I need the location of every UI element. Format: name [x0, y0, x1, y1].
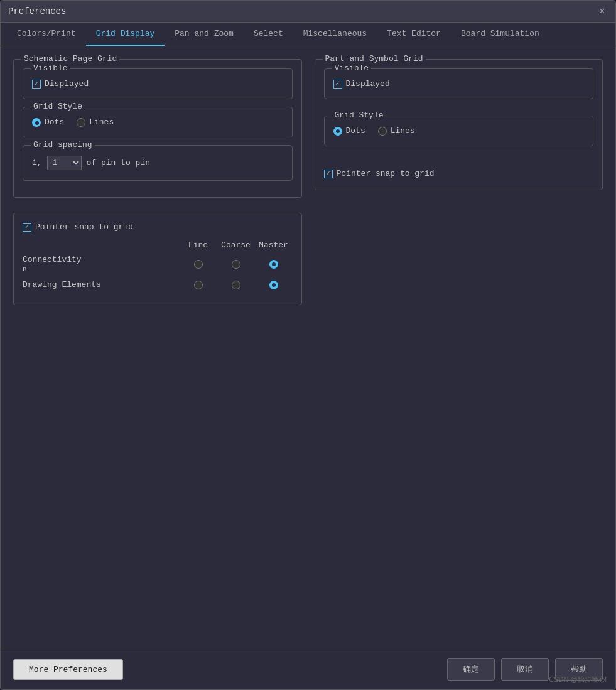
- part-visible-label: Visible: [332, 63, 372, 73]
- snap-drawing-master-radio[interactable]: [269, 281, 278, 289]
- schematic-grid-spacing-label: Grid spacing: [31, 140, 95, 149]
- schematic-dots-option[interactable]: Dots: [32, 117, 64, 127]
- part-displayed-row: Displayed: [333, 77, 585, 91]
- snap-table-header: Fine Coarse Master: [23, 240, 293, 250]
- schematic-pointer-snap-checkbox[interactable]: [23, 223, 31, 232]
- snap-connectivity-master-cell: [255, 260, 293, 269]
- schematic-grid-style-label: Grid Style: [31, 102, 85, 111]
- part-pointer-snap-text: Pointer snap to grid: [337, 169, 435, 178]
- part-lines-label: Lines: [391, 126, 415, 136]
- tab-select[interactable]: Select: [244, 23, 293, 46]
- schematic-page-grid-title: Schematic Page Grid: [21, 54, 119, 63]
- part-displayed-checkbox[interactable]: [333, 80, 342, 89]
- part-grid-style-label: Grid Style: [332, 111, 386, 120]
- ok-button[interactable]: 确定: [447, 658, 495, 681]
- schematic-grid-style-group: Grid Style Dots Lines: [23, 107, 293, 137]
- schematic-lines-radio[interactable]: [77, 118, 85, 127]
- schematic-displayed-checkbox[interactable]: [32, 80, 41, 89]
- schematic-visible-group: Visible Displayed: [23, 68, 293, 99]
- tab-board-simulation[interactable]: Board Simulation: [451, 23, 549, 46]
- content-area: Schematic Page Grid Visible Displayed Gr…: [1, 46, 615, 649]
- tab-grid-display[interactable]: Grid Display: [86, 23, 165, 46]
- schematic-dots-radio[interactable]: [32, 118, 41, 127]
- snap-drawing-fine-cell: [180, 281, 217, 289]
- tab-pan-zoom[interactable]: Pan and Zoom: [165, 23, 244, 46]
- part-lines-option[interactable]: Lines: [378, 126, 415, 136]
- snap-connectivity-coarse-radio[interactable]: [232, 260, 240, 269]
- part-symbol-inner: Visible Displayed Grid Style: [324, 68, 594, 181]
- snap-drawing-master-cell: [255, 281, 293, 289]
- footer: More Preferences 确定 取消 帮助: [1, 649, 615, 689]
- snap-connectivity-master-radio[interactable]: [269, 260, 278, 269]
- tab-bar: Colors/Print Grid Display Pan and Zoom S…: [1, 23, 615, 46]
- schematic-lines-label: Lines: [89, 117, 114, 127]
- schematic-grid-style-radio-row: Dots Lines: [32, 115, 283, 129]
- snap-connectivity-fine-cell: [180, 260, 217, 269]
- two-column-layout: Schematic Page Grid Visible Displayed Gr…: [13, 59, 603, 305]
- schematic-pointer-snap-text: Pointer snap to grid: [35, 222, 133, 232]
- schematic-pointer-snap-box: Pointer snap to grid Fine Coarse Master …: [13, 213, 302, 305]
- snap-connectivity-coarse-cell: [217, 260, 255, 269]
- schematic-spacing-select[interactable]: 1 2 5: [47, 156, 82, 170]
- snap-connectivity-label: Connectivity: [23, 255, 82, 264]
- watermark: CSDN @怡步晚心l: [549, 675, 607, 684]
- schematic-of-pin-label: of pin to pin: [87, 158, 150, 168]
- cancel-button[interactable]: 取消: [501, 658, 549, 681]
- schematic-spacing-value-label: 1,: [32, 158, 42, 168]
- tab-text-editor[interactable]: Text Editor: [377, 23, 451, 46]
- part-dots-option[interactable]: Dots: [333, 126, 365, 136]
- schematic-page-grid-column: Schematic Page Grid Visible Displayed Gr…: [13, 59, 302, 305]
- part-lines-radio[interactable]: [378, 127, 387, 136]
- part-dots-radio[interactable]: [333, 127, 342, 136]
- schematic-page-grid-section: Schematic Page Grid Visible Displayed Gr…: [13, 59, 302, 198]
- snap-fine-header: Fine: [180, 240, 217, 250]
- schematic-displayed-row: Displayed: [32, 77, 283, 91]
- part-pointer-snap-checkbox[interactable]: [324, 170, 333, 178]
- schematic-grid-spacing-row: 1, 1 2 5 of pin to pin: [32, 153, 283, 173]
- part-visible-group: Visible Displayed: [324, 68, 594, 99]
- tab-miscellaneous[interactable]: Miscellaneous: [293, 23, 377, 46]
- close-button[interactable]: ×: [597, 6, 608, 17]
- schematic-pointer-snap-header: Pointer snap to grid: [23, 222, 293, 232]
- part-displayed-text: Displayed: [346, 79, 390, 89]
- snap-drawing-row: Drawing Elements: [23, 280, 293, 289]
- snap-master-header: Master: [255, 240, 293, 250]
- schematic-dots-label: Dots: [45, 117, 64, 127]
- more-preferences-button[interactable]: More Preferences: [13, 659, 123, 680]
- tab-colors-print[interactable]: Colors/Print: [7, 23, 86, 46]
- schematic-lines-option[interactable]: Lines: [77, 117, 114, 127]
- snap-drawing-fine-radio[interactable]: [194, 281, 203, 289]
- part-grid-style-group: Grid Style Dots Lines: [324, 116, 594, 146]
- part-symbol-grid-title: Part and Symbol Grid: [323, 54, 426, 63]
- snap-drawing-label: Drawing Elements: [23, 280, 180, 289]
- snap-drawing-coarse-cell: [217, 281, 255, 289]
- dialog-title: Preferences: [8, 6, 66, 16]
- snap-drawing-coarse-radio[interactable]: [232, 281, 240, 289]
- title-bar: Preferences ×: [1, 1, 615, 23]
- schematic-visible-label: Visible: [31, 63, 70, 73]
- part-pointer-snap-row: Pointer snap to grid: [324, 166, 594, 181]
- part-symbol-grid-column: Part and Symbol Grid Visible Displayed: [315, 59, 603, 305]
- schematic-grid-spacing-group: Grid spacing 1, 1 2 5 of pin to pin: [23, 145, 293, 181]
- snap-connectivity-fine-radio[interactable]: [194, 260, 203, 269]
- schematic-displayed-text: Displayed: [45, 79, 89, 89]
- snap-coarse-header: Coarse: [217, 240, 255, 250]
- part-grid-style-radio-row: Dots Lines: [333, 124, 585, 138]
- snap-connectivity-sublabel: n: [23, 266, 27, 273]
- part-symbol-grid-section: Part and Symbol Grid Visible Displayed: [315, 59, 603, 190]
- snap-connectivity-row: Connectivity n: [23, 255, 293, 274]
- part-dots-label: Dots: [346, 126, 365, 136]
- preferences-dialog: Preferences × Colors/Print Grid Display …: [0, 0, 616, 690]
